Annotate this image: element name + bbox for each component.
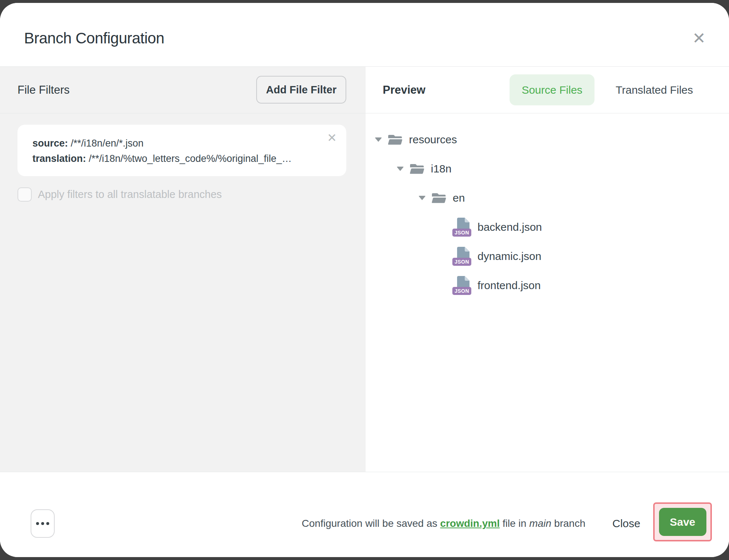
tree-item-frontend-json[interactable]: JSON frontend.json <box>366 271 729 300</box>
chevron-down-icon[interactable] <box>397 167 404 171</box>
filter-translation-value: /**/i18n/%two_letters_code%/%original_fi… <box>89 153 292 164</box>
filter-source-value: /**/i18n/en/*.json <box>71 138 144 149</box>
json-file-icon: JSON <box>453 276 472 295</box>
tree-item-i18n[interactable]: i18n <box>366 154 729 183</box>
save-button[interactable]: Save <box>659 508 706 536</box>
save-note-prefix: Configuration will be saved as <box>302 518 440 529</box>
tree-item-backend-json[interactable]: JSON backend.json <box>366 213 729 242</box>
folder-icon <box>432 192 446 204</box>
json-file-icon: JSON <box>453 218 472 237</box>
toolbar-row: File Filters Add File Filter Preview Sou… <box>0 66 729 113</box>
file-filters-panel: source: /**/i18n/en/*.json translation: … <box>0 113 366 472</box>
ellipsis-icon <box>36 522 39 525</box>
close-button[interactable]: Close <box>606 514 647 533</box>
more-options-button[interactable] <box>31 509 55 538</box>
json-badge: JSON <box>452 229 471 237</box>
tree-item-label: en <box>453 192 465 204</box>
dialog-body: source: /**/i18n/en/*.json translation: … <box>0 113 729 472</box>
dialog-header: Branch Configuration ✕ <box>0 3 729 66</box>
filter-translation-label: translation: <box>32 153 86 164</box>
save-note-middle: file in <box>500 518 529 529</box>
remove-filter-icon[interactable]: ✕ <box>327 132 337 144</box>
tree-item-label: resources <box>409 133 457 146</box>
apply-filters-checkbox[interactable] <box>17 187 32 202</box>
filter-card: source: /**/i18n/en/*.json translation: … <box>17 125 346 176</box>
preview-panel: resources i18n <box>366 113 729 472</box>
tree-item-label: frontend.json <box>477 279 541 292</box>
folder-icon <box>388 134 402 145</box>
branch-configuration-dialog: Branch Configuration ✕ File Filters Add … <box>0 3 729 557</box>
tree-item-en[interactable]: en <box>366 183 729 213</box>
tree-item-dynamic-json[interactable]: JSON dynamic.json <box>366 242 729 271</box>
filter-source-label: source: <box>32 138 68 149</box>
add-file-filter-button[interactable]: Add File Filter <box>256 76 346 104</box>
tab-source-files[interactable]: Source Files <box>510 74 594 105</box>
tree-item-resources[interactable]: resources <box>366 125 729 154</box>
filter-source-line: source: /**/i18n/en/*.json <box>32 136 317 151</box>
file-tree: resources i18n <box>366 125 729 300</box>
crowdin-yml-link[interactable]: crowdin.yml <box>440 518 500 529</box>
tree-item-label: dynamic.json <box>477 250 541 262</box>
json-badge: JSON <box>452 258 471 266</box>
branch-name: main <box>529 518 551 529</box>
preview-heading: Preview <box>383 83 425 97</box>
chevron-down-icon[interactable] <box>375 137 382 142</box>
json-badge: JSON <box>452 287 471 295</box>
file-filters-toolbar: File Filters Add File Filter <box>0 67 366 113</box>
file-filters-heading: File Filters <box>17 83 70 97</box>
apply-filters-row: Apply filters to all translatable branch… <box>17 187 222 202</box>
close-icon[interactable]: ✕ <box>692 30 706 46</box>
save-note-suffix: branch <box>551 518 585 529</box>
tab-translated-files[interactable]: Translated Files <box>611 74 698 105</box>
apply-filters-label: Apply filters to all translatable branch… <box>38 188 222 201</box>
chevron-down-icon[interactable] <box>418 196 426 200</box>
filter-translation-line: translation: /**/i18n/%two_letters_code%… <box>32 151 317 166</box>
tree-item-label: i18n <box>431 163 452 175</box>
dialog-footer: Configuration will be saved as crowdin.y… <box>0 472 729 557</box>
save-note: Configuration will be saved as crowdin.y… <box>302 518 585 529</box>
json-file-icon: JSON <box>453 247 472 266</box>
page-title: Branch Configuration <box>24 30 164 47</box>
tree-item-label: backend.json <box>477 221 542 233</box>
save-annotation-highlight: Save <box>653 502 712 541</box>
folder-icon <box>410 163 424 175</box>
preview-toolbar: Preview Source Files Translated Files <box>366 67 729 113</box>
